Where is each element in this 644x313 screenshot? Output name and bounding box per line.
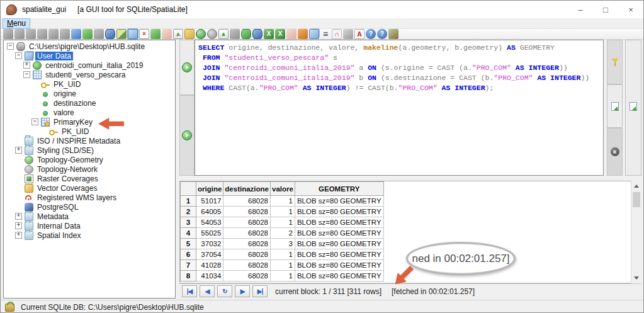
world-offline-icon[interactable] [207, 29, 217, 39]
plus-expander-icon[interactable]: + [15, 213, 22, 220]
cell-num[interactable]: 2 [271, 228, 295, 239]
export-txt-icon[interactable] [230, 29, 240, 39]
table-row[interactable]: 264005680281BLOB sz=80 GEOMETRY [181, 207, 384, 217]
refresh-icon[interactable] [82, 29, 93, 39]
tree-item-label[interactable]: PrimaryKey [52, 118, 94, 127]
table-row[interactable]: 354053680281BLOB sz=80 GEOMETRY [181, 217, 384, 228]
export-db-icon[interactable] [252, 29, 263, 39]
tree-item-label[interactable]: PostgreSQL [35, 203, 80, 212]
pen-tool-icon[interactable] [3, 29, 13, 39]
table-row[interactable]: 637054680281BLOB sz=80 GEOMETRY [181, 249, 384, 260]
tree-item-label[interactable]: destinazione [52, 99, 98, 108]
tree-item-pk-uid[interactable]: PK_UID [4, 79, 175, 89]
tree-item-destinazione[interactable]: destinazione [4, 98, 175, 108]
load-shapefile-icon[interactable] [173, 29, 183, 39]
tree-item-topology-network[interactable]: Topology-Network [4, 164, 175, 174]
about-icon[interactable] [377, 29, 387, 39]
minimize-button[interactable]: – [568, 1, 593, 18]
cell-num[interactable]: 41034 [196, 271, 223, 282]
plus-expander-icon[interactable]: + [15, 232, 22, 239]
table-row[interactable]: 151017680281BLOB sz=80 GEOMETRY [181, 196, 384, 207]
close-button[interactable]: × [618, 1, 643, 18]
sql-log-icon[interactable] [320, 29, 330, 39]
cell-geom[interactable]: BLOB sz=80 GEOMETRY [295, 217, 383, 228]
cell-rownum[interactable]: 7 [181, 260, 196, 271]
results-vertical-scrollbar[interactable] [631, 181, 641, 283]
tree-item-label[interactable]: Spatial Index [35, 231, 82, 240]
cell-num[interactable]: 3 [271, 239, 295, 249]
refresh-block-button[interactable]: ↻ [217, 285, 232, 297]
cell-num[interactable]: 1 [271, 260, 295, 271]
tree-item-label[interactable]: origine [52, 89, 78, 98]
export-resultset-button[interactable] [611, 102, 619, 111]
table-row[interactable]: 537032680283BLOB sz=80 GEOMETRY [181, 239, 384, 249]
tree-item-label[interactable]: Vector Coverages [35, 184, 99, 193]
tree-item-label[interactable]: Raster Coverages [35, 174, 100, 183]
tree-item-label[interactable]: Topology-Geometry [35, 156, 105, 164]
tree-item-origine[interactable]: origine [4, 89, 175, 98]
cell-rownum[interactable]: 1 [181, 196, 196, 207]
last-block-button[interactable]: ▶| [252, 285, 268, 297]
cell-rownum[interactable]: 2 [181, 207, 196, 217]
cell-num[interactable]: 37054 [196, 249, 223, 260]
plus-expander-icon[interactable]: + [23, 62, 30, 69]
cell-num[interactable]: 51017 [196, 196, 223, 207]
close-chart-icon[interactable] [139, 29, 149, 39]
stop-hand-icon[interactable] [162, 29, 172, 39]
scroll-up-icon[interactable] [634, 185, 639, 188]
tree-item-user-data[interactable]: −User Data [4, 51, 175, 60]
cell-num[interactable]: 68028 [223, 207, 271, 217]
cell-geom[interactable]: BLOB sz=80 GEOMETRY [295, 228, 383, 239]
cell-geom[interactable]: BLOB sz=80 GEOMETRY [295, 196, 383, 207]
cell-num[interactable]: 41028 [196, 260, 223, 271]
plus-expander-icon[interactable]: + [15, 147, 22, 154]
tree-item-raster-coverages[interactable]: Raster Coverages [4, 174, 175, 183]
plus-expander-icon[interactable]: + [15, 222, 22, 229]
tree-item-label[interactable]: studenti_verso_pescara [43, 71, 127, 79]
first-block-button[interactable]: |◀ [182, 285, 197, 297]
column-header[interactable]: origine [196, 182, 223, 196]
cell-num[interactable]: 68028 [223, 260, 271, 271]
import-xls-icon[interactable] [264, 29, 274, 39]
attach-db-icon[interactable] [286, 29, 297, 39]
minus-expander-icon[interactable]: − [23, 71, 30, 78]
tree-item-label[interactable]: Metadata [35, 212, 71, 221]
tree-item-label[interactable]: C:\Users\pigre\Desktop\HUB.sqlite [27, 42, 147, 51]
cell-num[interactable]: 1 [271, 249, 295, 260]
tree-item-styling-sld-se[interactable]: +Styling (SLD/SE) [4, 145, 175, 155]
abort-button[interactable]: × [611, 147, 619, 156]
query-composer-icon[interactable] [128, 29, 138, 39]
cell-num[interactable]: 64005 [196, 207, 223, 217]
disconnect-db-icon[interactable] [37, 29, 47, 39]
map-preview-icon[interactable] [116, 29, 127, 39]
cell-geom[interactable]: BLOB sz=80 GEOMETRY [295, 249, 383, 260]
wms-icon[interactable] [332, 29, 342, 39]
tree-item-centroidi-comuni-italia-2019[interactable]: +centroidi_comuni_italia_2019 [4, 60, 175, 70]
cell-rownum[interactable]: 6 [181, 249, 196, 260]
tree-item-label[interactable]: centroidi_comuni_italia_2019 [43, 61, 145, 70]
column-header[interactable] [181, 182, 196, 196]
show-blob-button[interactable] [630, 102, 637, 111]
edit-table-icon[interactable] [184, 29, 195, 39]
cell-rownum[interactable]: 3 [181, 217, 196, 228]
tree-item-label[interactable]: Styling (SLD/SE) [35, 146, 96, 155]
create-db-icon[interactable] [14, 29, 25, 39]
tree-item-label[interactable]: ISO / INSPIRE Metadata [35, 137, 122, 145]
tree-item-primarykey[interactable]: −PrimaryKey [4, 117, 175, 127]
vacuum-db-icon[interactable] [71, 29, 81, 39]
tree-item-vector-coverages[interactable]: Vector Coverages [4, 183, 175, 193]
save-memory-db-icon[interactable] [60, 29, 70, 39]
memory-db-icon[interactable] [48, 29, 59, 39]
cell-rownum[interactable]: 8 [181, 271, 196, 282]
column-header[interactable]: GEOMETRY [295, 182, 383, 196]
tree-item-label[interactable]: Internal Data [35, 222, 82, 230]
exit-icon[interactable] [388, 29, 398, 39]
table-row[interactable]: 741028680281BLOB sz=80 GEOMETRY [181, 260, 384, 271]
world-icon[interactable] [196, 29, 206, 39]
filter-icon[interactable] [611, 59, 619, 66]
table-row[interactable]: 455025680282BLOB sz=80 GEOMETRY [181, 228, 384, 239]
cell-rownum[interactable]: 5 [181, 239, 196, 249]
cell-num[interactable]: 68028 [223, 228, 271, 239]
cell-num[interactable]: 1 [271, 217, 295, 228]
import-txt-icon[interactable] [218, 29, 229, 39]
